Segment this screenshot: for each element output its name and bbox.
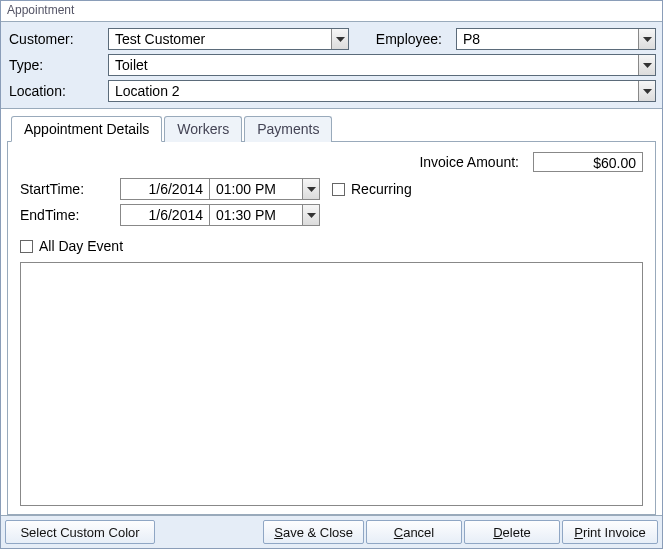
- tab-page-details: Invoice Amount: $60.00 StartTime: 1/6/20…: [7, 141, 656, 515]
- customer-label: Customer:: [7, 31, 102, 47]
- svg-marker-4: [307, 187, 316, 192]
- endtime-label: EndTime:: [20, 207, 120, 223]
- select-custom-color-button[interactable]: Select Custom Color: [5, 520, 155, 544]
- employee-dropdown-button[interactable]: [638, 29, 655, 49]
- window-title: Appointment: [1, 1, 662, 21]
- delete-button[interactable]: Delete: [464, 520, 560, 544]
- starttime-time-value: 01:00 PM: [210, 179, 302, 199]
- starttime-date[interactable]: 1/6/2014: [120, 178, 210, 200]
- endtime-time[interactable]: 01:30 PM: [210, 204, 320, 226]
- customer-combo[interactable]: Test Customer: [108, 28, 349, 50]
- starttime-time[interactable]: 01:00 PM: [210, 178, 320, 200]
- customer-value: Test Customer: [109, 29, 331, 49]
- chevron-down-icon: [336, 37, 345, 42]
- recurring-checkbox[interactable]: [332, 183, 345, 196]
- starttime-label: StartTime:: [20, 181, 120, 197]
- appointment-window: Appointment Customer: Test Customer Empl…: [0, 0, 663, 549]
- chevron-down-icon: [643, 89, 652, 94]
- chevron-down-icon: [307, 213, 316, 218]
- type-dropdown-button[interactable]: [638, 55, 655, 75]
- invoice-amount-label: Invoice Amount:: [419, 154, 519, 170]
- chevron-down-icon: [643, 37, 652, 42]
- notes-textarea[interactable]: [20, 262, 643, 506]
- location-combo[interactable]: Location 2: [108, 80, 656, 102]
- recurring-label: Recurring: [351, 181, 412, 197]
- chevron-down-icon: [643, 63, 652, 68]
- location-label: Location:: [7, 83, 102, 99]
- svg-marker-2: [643, 63, 652, 68]
- type-combo[interactable]: Toilet: [108, 54, 656, 76]
- cancel-button[interactable]: Cancel: [366, 520, 462, 544]
- endtime-time-value: 01:30 PM: [210, 205, 302, 225]
- employee-combo[interactable]: P8: [456, 28, 656, 50]
- tab-workers[interactable]: Workers: [164, 116, 242, 142]
- tabstrip: Appointment Details Workers Payments: [11, 116, 656, 142]
- endtime-date[interactable]: 1/6/2014: [120, 204, 210, 226]
- employee-label: Employee:: [355, 31, 450, 47]
- allday-label: All Day Event: [39, 238, 123, 254]
- svg-marker-5: [307, 213, 316, 218]
- chevron-down-icon: [307, 187, 316, 192]
- customer-dropdown-button[interactable]: [331, 29, 348, 49]
- type-label: Type:: [7, 57, 102, 73]
- employee-value: P8: [457, 29, 638, 49]
- tab-payments[interactable]: Payments: [244, 116, 332, 142]
- location-value: Location 2: [109, 81, 638, 101]
- starttime-time-dropdown[interactable]: [302, 179, 319, 199]
- footer-bar: Select Custom Color Save & Close Cancel …: [1, 515, 662, 548]
- save-and-close-button[interactable]: Save & Close: [263, 520, 364, 544]
- type-value: Toilet: [109, 55, 638, 75]
- invoice-amount-value[interactable]: $60.00: [533, 152, 643, 172]
- print-invoice-button[interactable]: Print Invoice: [562, 520, 658, 544]
- svg-marker-0: [336, 37, 345, 42]
- header-panel: Customer: Test Customer Employee: P8 Typ…: [1, 21, 662, 109]
- allday-checkbox[interactable]: [20, 240, 33, 253]
- tab-area: Appointment Details Workers Payments Inv…: [1, 109, 662, 515]
- tab-appointment-details[interactable]: Appointment Details: [11, 116, 162, 142]
- endtime-time-dropdown[interactable]: [302, 205, 319, 225]
- svg-marker-1: [643, 37, 652, 42]
- location-dropdown-button[interactable]: [638, 81, 655, 101]
- svg-marker-3: [643, 89, 652, 94]
